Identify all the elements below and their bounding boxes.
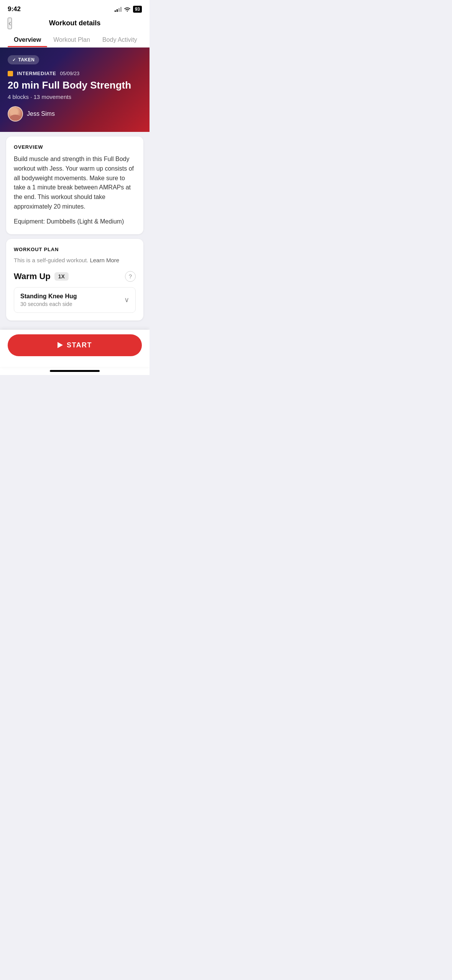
back-button[interactable]: ‹ (8, 18, 12, 29)
warmup-label: Warm Up (14, 271, 51, 281)
learn-more-link[interactable]: Learn More (90, 257, 119, 263)
status-time: 9:42 (8, 5, 21, 13)
play-icon (58, 342, 63, 348)
level-color-badge (8, 71, 13, 76)
trainer-name: Jess Sims (27, 110, 55, 117)
exercise-info: Standing Knee Hug 30 seconds each side (20, 293, 77, 307)
trainer-row: Jess Sims (8, 106, 142, 122)
home-indicator (0, 367, 150, 375)
workout-plan-card: WORKOUT PLAN This is a self-guided worko… (6, 239, 143, 321)
start-button[interactable]: START (8, 334, 142, 356)
tab-overview[interactable]: Overview (8, 32, 47, 47)
workout-plan-subtitle: This is a self-guided workout. Learn Mor… (14, 257, 136, 263)
start-label: START (67, 341, 92, 349)
trainer-avatar (8, 106, 23, 122)
home-bar (50, 370, 100, 372)
overview-section-title: OVERVIEW (14, 144, 136, 150)
status-icons: 93 (115, 6, 142, 13)
level-text: INTERMEDIATE (17, 71, 56, 76)
workout-date: 05/09/23 (60, 71, 80, 76)
warmup-title-row: Warm Up 1X (14, 271, 69, 281)
taken-badge: ✓ TAKEN (8, 55, 39, 64)
hero-banner: ✓ TAKEN INTERMEDIATE 05/09/23 20 min Ful… (0, 48, 150, 132)
overview-card: OVERVIEW Build muscle and strength in th… (6, 136, 143, 234)
equipment-text: Equipment: Dumbbells (Light & Medium) (14, 217, 136, 227)
content-area: OVERVIEW Build muscle and strength in th… (0, 132, 150, 330)
nav-header: ‹ Workout details (0, 16, 150, 32)
help-icon[interactable]: ? (125, 271, 136, 282)
signal-icon (115, 7, 122, 12)
reps-badge: 1X (54, 272, 69, 281)
workout-title: 20 min Full Body Strength (8, 79, 142, 91)
status-bar: 9:42 93 (0, 0, 150, 16)
warmup-section-header: Warm Up 1X ? (14, 271, 136, 282)
tab-workout-plan[interactable]: Workout Plan (47, 32, 96, 47)
overview-description: Build muscle and strength in this Full B… (14, 155, 136, 212)
chevron-down-icon[interactable]: ∨ (124, 296, 129, 304)
wifi-icon (124, 6, 131, 13)
workout-plan-title: WORKOUT PLAN (14, 247, 136, 252)
exercise-name: Standing Knee Hug (20, 293, 77, 300)
page-title: Workout details (49, 19, 101, 27)
tabs-container: Overview Workout Plan Body Activity (0, 32, 150, 48)
tab-body-activity[interactable]: Body Activity (96, 32, 143, 47)
start-button-container: START (0, 330, 150, 367)
exercise-row[interactable]: Standing Knee Hug 30 seconds each side ∨ (14, 287, 136, 313)
workout-meta: 4 blocks · 13 movements (8, 94, 142, 100)
exercise-duration: 30 seconds each side (20, 301, 77, 307)
battery-indicator: 93 (133, 6, 142, 13)
level-row: INTERMEDIATE 05/09/23 (8, 71, 142, 76)
check-icon: ✓ (12, 58, 16, 62)
